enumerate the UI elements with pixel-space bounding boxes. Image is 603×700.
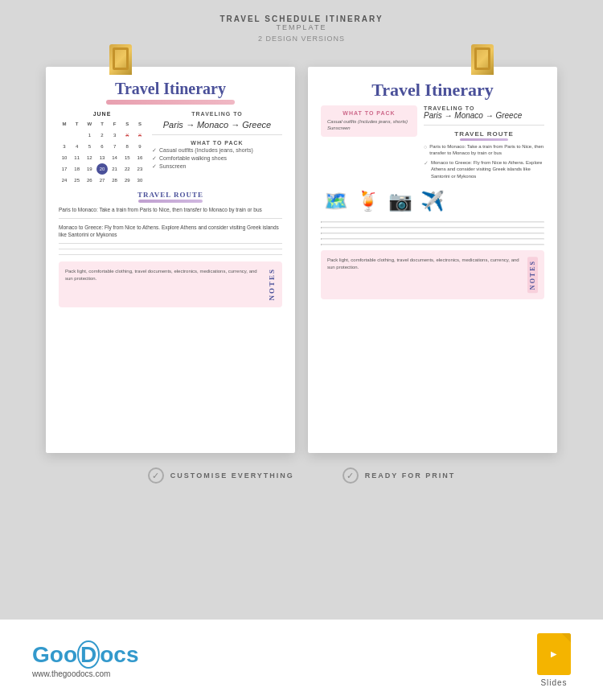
travel-route-underline — [138, 200, 203, 203]
cal-cell: 30 — [134, 175, 146, 186]
doc2-route-underline — [460, 138, 508, 141]
calendar-travel-row: JUNE M T W T F S S 1 2 — [59, 111, 282, 186]
slides-icon: ▶ — [537, 633, 571, 675]
cal-cell: 10 — [59, 152, 70, 163]
brand-right: ▶ Slides — [537, 633, 571, 687]
slides-icon-inner: ▶ — [551, 650, 557, 658]
print-label: READY FOR PRINT — [365, 471, 455, 480]
line-5 — [321, 244, 544, 245]
cal-cell: 3 — [59, 141, 70, 152]
notes-label: NOTES — [268, 268, 276, 301]
pack-item-1: ✓ Casual outfits (Includes jeans, shorts… — [152, 147, 282, 154]
doc1-title: Travel Itinerary — [59, 80, 282, 98]
cal-row-4: 17 18 19 20 21 22 23 — [59, 163, 146, 175]
route-text-1: Paris to Monaco: Take a train from Paris… — [59, 206, 282, 213]
cal-cell-x1: X — [121, 130, 133, 141]
doc2-notes-content: Pack light, comfortable clothing, travel… — [327, 257, 521, 271]
cal-cell: 7 — [109, 141, 121, 152]
line-3 — [321, 233, 544, 234]
cal-row-5: 24 25 26 27 28 29 30 — [59, 175, 146, 186]
route-2-text: Monaco to Greece: Fly from Nice to Athen… — [431, 159, 544, 179]
features-row: ✓ CUSTOMISE EVERYTHING ✓ READY FOR PRINT — [0, 467, 603, 484]
cal-row-1: 1 2 3 X X — [59, 130, 146, 141]
logo-text: Goo — [32, 642, 77, 667]
doc2-travel-destination: Paris → Monaco → Greece — [424, 111, 544, 120]
header: TRAVEL SCHEDULE ITINERARY TEMPLATE 2 DES… — [0, 0, 603, 47]
what-to-pack: WHAT TO PACK ✓ Casual outfits (Includes … — [152, 140, 282, 170]
divider-2 — [59, 218, 282, 219]
slides-label: Slides — [540, 678, 567, 687]
doc2-right-section: TRAVELING TO Paris → Monaco → Greece TRA… — [424, 105, 544, 182]
doc2-traveling-label: TRAVELING TO — [424, 105, 544, 111]
pack-item-2: ✓ Comfortable walking shoes — [152, 155, 282, 162]
calendar-month: JUNE — [59, 111, 146, 117]
doc2-title: Travel Itinerary — [321, 80, 544, 101]
cal-cell: 19 — [84, 163, 95, 175]
cal-cell — [59, 130, 70, 141]
cal-header-m: M — [59, 118, 70, 130]
doc2-pack-text: Casual outfits (Includes jeans, shorts) … — [327, 118, 411, 132]
brand-url: www.thegoodocs.com — [32, 669, 138, 678]
cal-cell: 6 — [96, 141, 108, 152]
cal-cell: 17 — [59, 163, 70, 175]
calendar-section: JUNE M T W T F S S 1 2 — [59, 111, 146, 186]
doc2-icons-area: 🗺️ 🍹 📷 ✈️ — [321, 185, 544, 217]
divider-5 — [59, 254, 282, 255]
cal-cell: 2 — [96, 130, 108, 141]
traveling-to-label: TRAVELING TO — [152, 111, 282, 117]
header-versions: 2 DESIGN VERSIONS — [0, 35, 603, 43]
header-subtitle: TEMPLATE — [0, 23, 603, 31]
map-icon: 🗺️ — [324, 190, 348, 212]
customise-label: CUSTOMISE EVERYTHING — [170, 471, 294, 480]
cal-cell: 23 — [134, 163, 146, 175]
pack-item-3: ✓ Sunscreen — [152, 163, 282, 170]
cal-cell: 29 — [121, 175, 133, 186]
doc2-route-1: ○ Paris to Monaco: Take a train from Par… — [424, 143, 544, 157]
cal-header-s: S — [121, 118, 133, 130]
doc2-notes-section: Pack light, comfortable clothing, travel… — [321, 250, 544, 299]
cal-cell: 16 — [134, 152, 146, 163]
doc2-route-label: TRAVEL ROUTE — [424, 130, 544, 138]
cal-cell: 9 — [134, 141, 146, 152]
cal-cell-x2: X — [134, 130, 146, 141]
doc2-content-area: WHAT TO PACK Casual outfits (Includes je… — [321, 105, 544, 182]
line-1 — [321, 221, 544, 223]
what-to-pack-label: WHAT TO PACK — [152, 140, 282, 146]
cal-header-s2: S — [134, 118, 146, 130]
cal-cell: 1 — [84, 130, 95, 141]
cal-cell: 27 — [96, 175, 108, 186]
print-check-icon: ✓ — [343, 467, 359, 484]
cal-cell: 24 — [59, 175, 70, 186]
cal-cell: 4 — [72, 141, 83, 152]
logo-circle-d: D — [77, 640, 100, 669]
cal-row-2: 3 4 5 6 7 8 9 — [59, 141, 146, 152]
doc2-lines — [321, 221, 544, 245]
feature-customise: ✓ CUSTOMISE EVERYTHING — [148, 467, 294, 484]
check-icon-2: ✓ — [152, 155, 157, 162]
cal-cell: 21 — [109, 163, 121, 175]
cal-cell: 26 — [84, 175, 95, 186]
documents-area: Travel Itinerary JUNE M T W T F S S — [0, 51, 603, 453]
route-bullet-2: ✓ — [424, 159, 429, 179]
clip-left — [109, 44, 132, 75]
divider-4 — [59, 249, 282, 249]
cal-cell: 5 — [84, 141, 95, 152]
divider-3 — [59, 243, 282, 244]
doc2-notes-label: NOTES — [527, 257, 538, 293]
check-icon-3: ✓ — [152, 163, 157, 170]
doc2-route-2: ✓ Monaco to Greece: Fly from Nice to Ath… — [424, 159, 544, 179]
document-2: Travel Itinerary WHAT TO PACK Casual out… — [308, 67, 557, 453]
calendar-grid: M T W T F S S 1 2 3 X — [59, 118, 146, 186]
check-icon-1: ✓ — [152, 147, 157, 154]
line-4 — [321, 238, 544, 240]
customise-check-icon: ✓ — [148, 467, 164, 484]
pack-item-text-2: Comfortable walking shoes — [159, 155, 227, 161]
cal-cell: 14 — [109, 152, 121, 163]
doc2-pack-box: WHAT TO PACK Casual outfits (Includes je… — [321, 105, 417, 137]
travel-destination: Paris → Monaco → Greece — [152, 120, 282, 130]
cal-cell-highlighted: 20 — [96, 163, 108, 175]
calendar-header-row: M T W T F S S — [59, 118, 146, 130]
cal-cell: 3 — [109, 130, 121, 141]
cal-cell: 12 — [84, 152, 95, 163]
cal-cell — [72, 130, 83, 141]
